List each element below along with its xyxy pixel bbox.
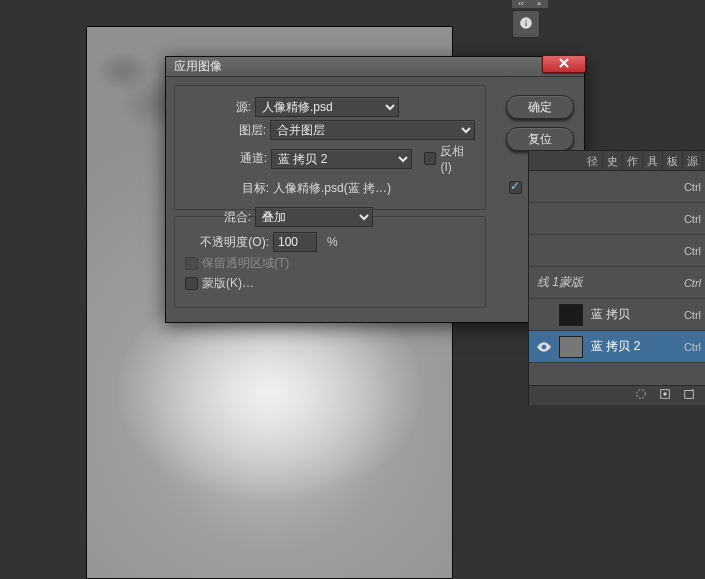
channel-select[interactable]: 蓝 拷贝 2 — [271, 149, 412, 169]
info-button[interactable] — [512, 10, 540, 38]
panel-tab[interactable]: 径 — [583, 151, 603, 170]
mask-label: 蒙版(K)… — [202, 275, 254, 292]
target-label: 目标: — [185, 180, 273, 197]
channel-label: 通道: — [185, 150, 271, 167]
blend-select[interactable]: 叠加 — [255, 207, 373, 227]
load-selection-icon[interactable] — [635, 388, 647, 403]
source-group: 源: 人像精修.psd 图层: 合并图层 通道: 蓝 拷贝 2 反相(I) — [174, 85, 486, 210]
panel-tab[interactable]: 作 — [623, 151, 643, 170]
dock-collapse-icon[interactable]: ‹‹ — [514, 0, 528, 8]
opacity-label: 不透明度(O): — [185, 234, 273, 251]
row-shortcut: Ctrl — [684, 309, 705, 321]
row-shortcut: Ctrl — [684, 245, 705, 257]
channel-row-selected[interactable]: 蓝 拷贝 2 Ctrl — [529, 331, 705, 363]
info-icon — [519, 16, 533, 33]
invert-label: 反相(I) — [440, 143, 475, 174]
top-right-dock: ‹‹ × — [512, 0, 548, 38]
blend-label: 混合: — [185, 209, 255, 226]
opacity-suffix: % — [327, 235, 338, 249]
invert-checkbox[interactable] — [424, 152, 437, 165]
channel-row[interactable]: Ctrl — [529, 171, 705, 203]
channel-row[interactable]: Ctrl — [529, 235, 705, 267]
preview-checkbox[interactable] — [509, 181, 522, 194]
dialog-title-bar[interactable]: 应用图像 — [166, 57, 584, 77]
panel-tab[interactable]: 史 — [603, 151, 623, 170]
channel-thumbnail — [559, 304, 583, 326]
reset-button[interactable]: 复位 — [506, 127, 574, 151]
new-channel-icon[interactable] — [683, 388, 695, 403]
row-shortcut: Ctrl — [684, 181, 705, 193]
channel-name: 蓝 拷贝 2 — [591, 338, 640, 355]
blend-group: 混合: 叠加 不透明度(O): % 保留透明区域(T) 蒙版(K)… — [174, 216, 486, 308]
panel-tabs: 径 史 作 具 板 源 息 — [529, 151, 705, 171]
svg-rect-3 — [685, 391, 694, 399]
apply-image-dialog: 应用图像 确定 复位 预览(P) 源: 人像精修.psd 图层 — [165, 56, 585, 323]
channel-name: 线 1蒙版 — [537, 274, 583, 291]
visibility-icon[interactable] — [537, 308, 551, 322]
close-icon — [559, 57, 569, 71]
channel-row[interactable]: 线 1蒙版 Ctrl — [529, 267, 705, 299]
svg-point-0 — [637, 390, 646, 399]
ok-button[interactable]: 确定 — [506, 95, 574, 119]
source-label: 源: — [185, 99, 255, 116]
channel-name: 蓝 拷贝 — [591, 306, 630, 323]
channel-row[interactable]: 蓝 拷贝 Ctrl — [529, 299, 705, 331]
preserve-transparency-checkbox — [185, 257, 198, 270]
preserve-transparency-label: 保留透明区域(T) — [202, 255, 289, 272]
visibility-icon[interactable] — [537, 340, 551, 354]
save-selection-icon[interactable] — [659, 388, 671, 403]
source-select[interactable]: 人像精修.psd — [255, 97, 399, 117]
layer-label: 图层: — [185, 122, 270, 139]
svg-point-2 — [663, 392, 666, 395]
panel-footer — [529, 385, 705, 405]
panel-tab[interactable]: 具 — [643, 151, 663, 170]
channels-panel: 径 史 作 具 板 源 息 Ctrl Ctrl Ctrl 线 1蒙版 Ctrl … — [528, 150, 705, 405]
row-shortcut: Ctrl — [684, 277, 705, 289]
dialog-close-button[interactable] — [542, 55, 586, 73]
layer-select[interactable]: 合并图层 — [270, 120, 475, 140]
panel-tab[interactable]: 源 — [683, 151, 703, 170]
panel-tab[interactable]: 板 — [663, 151, 683, 170]
channel-row[interactable]: Ctrl — [529, 203, 705, 235]
dialog-title: 应用图像 — [174, 58, 222, 75]
mask-checkbox[interactable] — [185, 277, 198, 290]
target-value: 人像精修.psd(蓝 拷…) — [273, 180, 391, 197]
dock-close-icon[interactable]: × — [532, 0, 546, 8]
row-shortcut: Ctrl — [684, 213, 705, 225]
channel-thumbnail — [559, 336, 583, 358]
row-shortcut: Ctrl — [684, 341, 705, 353]
opacity-input[interactable] — [273, 232, 317, 252]
